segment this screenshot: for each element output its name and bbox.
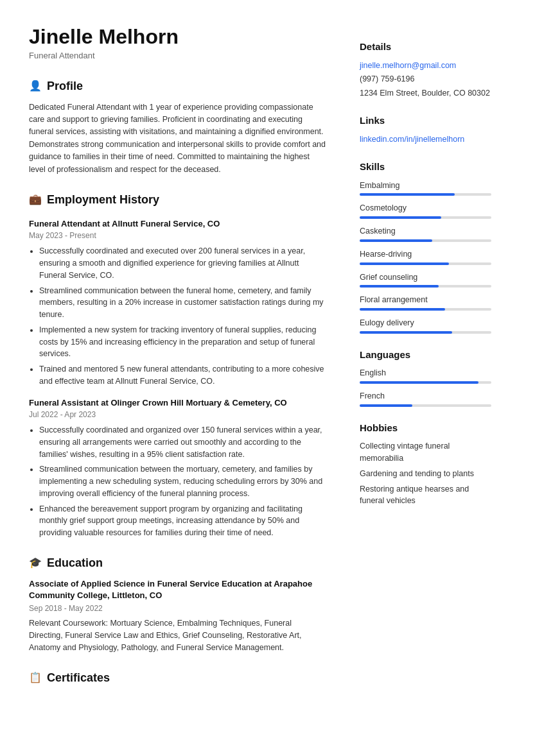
education-section: 🎓 Education Associate of Applied Science… — [29, 554, 328, 654]
job-title-header: Funeral Attendant — [29, 49, 328, 62]
email-link[interactable]: jinelle.melhorn@gmail.com — [360, 60, 491, 72]
profile-section-title: 👤 Profile — [29, 78, 328, 95]
skill-bar-fill — [360, 262, 449, 265]
skill-bar-bg — [360, 285, 491, 288]
skill-bar-fill — [360, 308, 445, 311]
profile-section: 👤 Profile Dedicated Funeral Attendant wi… — [29, 78, 328, 176]
lang-bar-fill — [360, 404, 412, 407]
education-icon: 🎓 — [29, 555, 42, 571]
skill-grief-counseling: Grief counseling — [360, 271, 491, 288]
details-section: Details jinelle.melhorn@gmail.com (997) … — [360, 40, 491, 99]
skill-bar-fill — [360, 216, 441, 219]
skill-bar-fill — [360, 331, 452, 334]
lang-bar-bg — [360, 404, 491, 407]
lang-bar-bg — [360, 381, 491, 384]
skills-title: Skills — [360, 160, 491, 175]
skill-bar-fill — [360, 239, 432, 242]
job-bullets-2: Successfully coordinated and organized o… — [29, 424, 328, 539]
skill-bar-bg — [360, 308, 491, 311]
hobbies-section: Hobbies Collecting vintage funeral memor… — [360, 421, 491, 507]
profile-icon: 👤 — [29, 78, 42, 94]
bullet: Successfully coordinated and executed ov… — [39, 245, 328, 281]
hobby-item: Collecting vintage funeral memorabilia — [360, 440, 491, 465]
details-title: Details — [360, 40, 491, 55]
bullet: Streamlined communication between the mo… — [39, 463, 328, 499]
job-item: Funeral Attendant at Allnutt Funeral Ser… — [29, 218, 328, 388]
bullet: Successfully coordinated and organized o… — [39, 424, 328, 460]
skill-bar-fill — [360, 285, 439, 288]
skill-bar-bg — [360, 216, 491, 219]
name-block: Jinelle Melhorn Funeral Attendant — [29, 26, 328, 62]
hobby-item: Restoring antique hearses and funeral ve… — [360, 483, 491, 508]
linkedin-link[interactable]: linkedin.com/in/jinellemelhorn — [360, 135, 464, 144]
lang-english: English — [360, 367, 491, 384]
skill-bar-bg — [360, 262, 491, 265]
job-item: Funeral Assistant at Olinger Crown Hill … — [29, 397, 328, 539]
skills-section: Skills Embalming Cosmetology Casketing — [360, 160, 491, 334]
edu-coursework: Relevant Coursework: Mortuary Science, E… — [29, 617, 328, 653]
hobby-item: Gardening and tending to plants — [360, 468, 491, 480]
skill-casketing: Casketing — [360, 225, 491, 242]
certificates-icon: 📋 — [29, 670, 42, 685]
phone: (997) 759-6196 — [360, 73, 491, 85]
bullet: Streamlined communication between the fu… — [39, 285, 328, 321]
skill-bar-bg — [360, 331, 491, 334]
job-title-2: Funeral Assistant at Olinger Crown Hill … — [29, 397, 328, 409]
certificates-section-title: 📋 Certificates — [29, 669, 328, 687]
skill-bar-bg — [360, 193, 491, 196]
lang-french: French — [360, 390, 491, 407]
bullet: Enhanced the bereavement support program… — [39, 503, 328, 539]
skill-bar-bg — [360, 239, 491, 242]
edu-date: Sep 2018 - May 2022 — [29, 603, 328, 614]
job-date-1: May 2023 - Present — [29, 230, 328, 241]
lang-bar-fill — [360, 381, 478, 384]
edu-item: Associate of Applied Science in Funeral … — [29, 578, 328, 654]
skill-embalming: Embalming — [360, 180, 491, 196]
hobbies-title: Hobbies — [360, 421, 491, 436]
employment-section-title: 💼 Employment History — [29, 191, 328, 209]
links-section: Links linkedin.com/in/jinellemelhorn — [360, 114, 491, 146]
employment-icon: 💼 — [29, 192, 42, 207]
languages-title: Languages — [360, 348, 491, 363]
skill-hearse-driving: Hearse-driving — [360, 248, 491, 265]
job-title-1: Funeral Attendant at Allnutt Funeral Ser… — [29, 218, 328, 230]
certificates-section: 📋 Certificates — [29, 669, 328, 687]
job-bullets-1: Successfully coordinated and executed ov… — [29, 245, 328, 387]
job-date-2: Jul 2022 - Apr 2023 — [29, 409, 328, 420]
full-name: Jinelle Melhorn — [29, 26, 328, 48]
profile-text: Dedicated Funeral Attendant with 1 year … — [29, 101, 328, 176]
skill-floral-arrangement: Floral arrangement — [360, 294, 491, 311]
languages-section: Languages English French — [360, 348, 491, 407]
links-title: Links — [360, 114, 491, 128]
edu-degree: Associate of Applied Science in Funeral … — [29, 578, 328, 601]
employment-section: 💼 Employment History Funeral Attendant a… — [29, 191, 328, 539]
bullet: Trained and mentored 5 new funeral atten… — [39, 363, 328, 388]
skill-eulogy-delivery: Eulogy delivery — [360, 317, 491, 334]
skill-cosmetology: Cosmetology — [360, 202, 491, 219]
skill-bar-fill — [360, 193, 455, 196]
education-section-title: 🎓 Education — [29, 554, 328, 572]
bullet: Implemented a new system for tracking in… — [39, 324, 328, 360]
address: 1234 Elm Street, Boulder, CO 80302 — [360, 87, 491, 99]
